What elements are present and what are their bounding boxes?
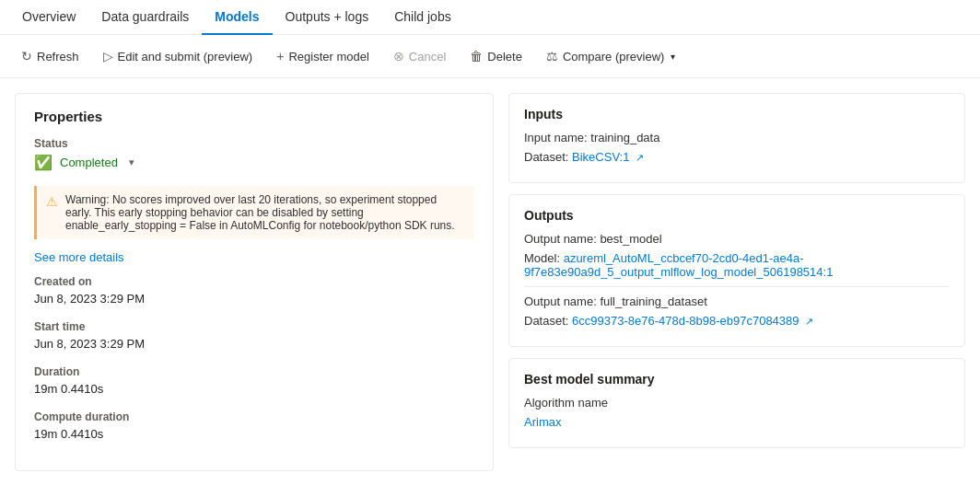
refresh-button[interactable]: ↻ Refresh: [11, 42, 89, 70]
dataset2-label-text: Dataset:: [524, 314, 568, 328]
play-circle-icon: ▷: [103, 49, 113, 64]
created-on-label: Created on: [34, 275, 474, 288]
best-model-title: Best model summary: [524, 372, 950, 387]
tab-child-jobs[interactable]: Child jobs: [381, 0, 463, 35]
register-model-label: Register model: [288, 50, 368, 64]
properties-panel: Properties Status ✅ Completed ▾ ⚠ Warnin…: [15, 93, 494, 471]
delete-button[interactable]: 🗑 Delete: [460, 42, 532, 70]
compute-duration-label: Compute duration: [34, 410, 474, 423]
status-chevron-button[interactable]: ▾: [125, 155, 138, 170]
output1-name: Output name: best_model: [524, 232, 662, 246]
inputs-title: Inputs: [524, 107, 950, 121]
properties-title: Properties: [34, 109, 474, 124]
start-time-value: Jun 8, 2023 3:29 PM: [34, 337, 474, 351]
start-time-label: Start time: [34, 320, 474, 333]
compare-icon: ⚖: [546, 49, 558, 64]
cancel-icon: ⊗: [393, 49, 404, 64]
compare-label: Compare (preview): [563, 50, 665, 64]
edit-submit-button[interactable]: ▷ Edit and submit (preview): [93, 42, 263, 70]
output2-name-row: Output name: full_training_dataset: [524, 294, 950, 308]
edit-submit-label: Edit and submit (preview): [118, 50, 253, 64]
cancel-label: Cancel: [409, 50, 446, 64]
register-model-button[interactable]: + Register model: [266, 42, 379, 70]
tab-overview[interactable]: Overview: [9, 0, 88, 35]
duration-value: 19m 0.4410s: [34, 382, 474, 396]
arimax-link[interactable]: Arimax: [524, 415, 561, 429]
tab-data-guardrails[interactable]: Data guardrails: [88, 0, 202, 35]
outputs-title: Outputs: [524, 208, 950, 223]
input-name-row: Input name: training_data: [524, 131, 950, 144]
output1-name-row: Output name: best_model: [524, 232, 950, 246]
status-value: Completed: [60, 156, 118, 169]
status-row: ✅ Completed ▾: [34, 154, 474, 171]
output2-name: Output name: full_training_dataset: [524, 294, 707, 308]
plus-icon: +: [276, 49, 284, 64]
algorithm-link-row: Arimax: [524, 415, 950, 429]
best-model-card: Best model summary Algorithm name Arimax: [508, 358, 965, 448]
start-time-section: Start time Jun 8, 2023 3:29 PM: [34, 320, 474, 351]
warning-icon: ⚠: [46, 194, 58, 232]
dataset2-link-text: 6cc99373-8e76-478d-8b98-eb97c7084389: [572, 314, 799, 328]
refresh-label: Refresh: [37, 50, 79, 64]
model-label-text: Model:: [524, 251, 560, 265]
tab-models[interactable]: Models: [202, 0, 272, 35]
tab-outputs-logs[interactable]: Outputs + logs: [273, 0, 382, 35]
main-content: Properties Status ✅ Completed ▾ ⚠ Warnin…: [0, 78, 980, 485]
model-row: Model: azureml_AutoML_ccbcef70-2cd0-4ed1…: [524, 251, 950, 279]
model-link[interactable]: azureml_AutoML_ccbcef70-2cd0-4ed1-ae4a-9…: [524, 251, 833, 279]
compute-duration-value: 19m 0.4410s: [34, 427, 474, 441]
compute-duration-section: Compute duration 19m 0.4410s: [34, 410, 474, 441]
arimax-text: Arimax: [524, 415, 561, 429]
completed-icon: ✅: [34, 154, 52, 171]
model-link-text: azureml_AutoML_ccbcef70-2cd0-4ed1-ae4a-9…: [524, 251, 833, 279]
input-dataset-row: Dataset: BikeCSV:1 ↗: [524, 150, 950, 164]
chevron-down-icon: ▾: [129, 156, 134, 167]
chevron-down-icon: ▾: [671, 52, 675, 62]
status-section: Status ✅ Completed ▾: [34, 137, 474, 171]
dataset2-link[interactable]: 6cc99373-8e76-478d-8b98-eb97c7084389 ↗: [572, 314, 813, 328]
right-panel: Inputs Input name: training_data Dataset…: [508, 93, 965, 471]
algorithm-name-label: Algorithm name: [524, 396, 608, 410]
dataset2-row: Dataset: 6cc99373-8e76-478d-8b98-eb97c70…: [524, 314, 950, 328]
dataset-label: Dataset:: [524, 150, 568, 164]
refresh-icon: ↻: [21, 49, 32, 64]
bike-csv-text: BikeCSV:1: [572, 150, 629, 164]
delete-label: Delete: [487, 50, 522, 64]
algorithm-name-row: Algorithm name: [524, 396, 950, 410]
external-link-icon: ↗: [636, 152, 644, 163]
cancel-button[interactable]: ⊗ Cancel: [383, 42, 456, 70]
outputs-card: Outputs Output name: best_model Model: a…: [508, 194, 965, 347]
see-more-link[interactable]: See more details: [34, 250, 474, 264]
duration-label: Duration: [34, 365, 474, 378]
created-on-section: Created on Jun 8, 2023 3:29 PM: [34, 275, 474, 306]
input-name-label: Input name: training_data: [524, 131, 659, 144]
tabs-container: Overview Data guardrails Models Outputs …: [0, 0, 980, 35]
bike-csv-link[interactable]: BikeCSV:1 ↗: [572, 150, 644, 164]
status-label: Status: [34, 137, 474, 150]
outputs-divider: [524, 286, 950, 287]
compare-button[interactable]: ⚖ Compare (preview) ▾: [536, 42, 686, 70]
warning-text: Warning: No scores improved over last 20…: [65, 193, 465, 232]
warning-box: ⚠ Warning: No scores improved over last …: [34, 186, 474, 239]
external-link-icon2: ↗: [805, 316, 813, 327]
toolbar: ↻ Refresh ▷ Edit and submit (preview) + …: [0, 35, 980, 78]
duration-section: Duration 19m 0.4410s: [34, 365, 474, 396]
created-on-value: Jun 8, 2023 3:29 PM: [34, 292, 474, 306]
inputs-card: Inputs Input name: training_data Dataset…: [508, 93, 965, 183]
trash-icon: 🗑: [470, 49, 483, 64]
